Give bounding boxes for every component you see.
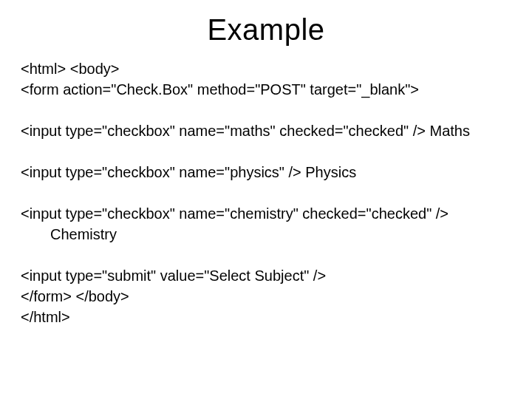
code-line: </form> </body> <box>21 286 511 307</box>
code-block-4: <input type="checkbox" name="chemistry" … <box>21 203 511 245</box>
code-line: </html> <box>21 307 511 327</box>
code-line: Chemistry <box>21 224 511 245</box>
slide: Example <html> <body> <form action="Chec… <box>0 0 532 399</box>
code-block-3: <input type="checkbox" name="physics" />… <box>21 162 511 183</box>
code-line: <input type="submit" value="Select Subje… <box>21 265 511 286</box>
code-line: <input type="checkbox" name="maths" chec… <box>21 120 511 141</box>
code-line: <input type="checkbox" name="chemistry" … <box>21 203 511 224</box>
code-block-5: <input type="submit" value="Select Subje… <box>21 265 511 327</box>
code-block-1: <html> <body> <form action="Check.Box" m… <box>21 58 511 100</box>
code-block-2: <input type="checkbox" name="maths" chec… <box>21 120 511 141</box>
slide-title: Example <box>21 13 511 47</box>
code-line: <input type="checkbox" name="physics" />… <box>21 162 511 183</box>
code-line: <html> <body> <box>21 58 511 79</box>
code-line: <form action="Check.Box" method="POST" t… <box>21 79 511 100</box>
